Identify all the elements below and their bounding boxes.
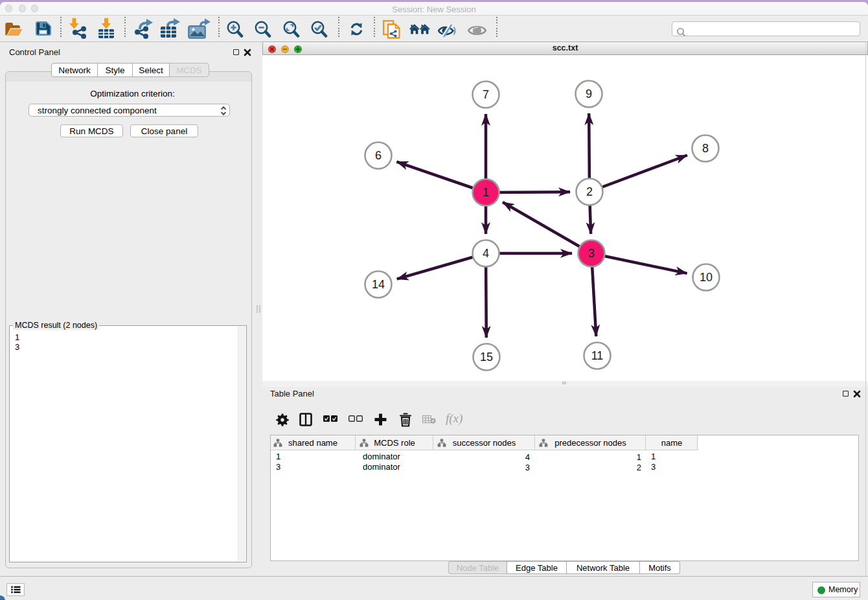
svg-text:6: 6 [375, 149, 382, 162]
svg-text:9: 9 [586, 87, 592, 100]
svg-text:11: 11 [591, 349, 604, 362]
svg-text:2: 2 [586, 185, 593, 198]
svg-text:15: 15 [480, 351, 493, 363]
svg-text:4: 4 [483, 247, 489, 260]
svg-text:10: 10 [700, 271, 713, 284]
svg-text:8: 8 [702, 142, 709, 155]
svg-text:14: 14 [372, 278, 385, 291]
svg-text:1: 1 [483, 186, 489, 199]
svg-text:3: 3 [588, 247, 595, 260]
svg-text:7: 7 [483, 88, 489, 101]
